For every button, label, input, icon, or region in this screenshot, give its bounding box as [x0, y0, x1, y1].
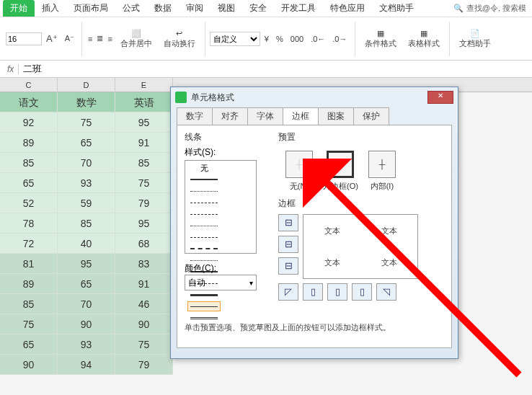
border-right-button[interactable]: ▯ [352, 283, 372, 301]
data-cell[interactable]: 70 [58, 294, 115, 314]
data-cell[interactable]: 75 [115, 334, 173, 355]
dialog-titlebar[interactable]: 单元格格式 ✕ [171, 87, 458, 107]
style-double[interactable] [187, 313, 221, 323]
col-header-c[interactable]: C [0, 78, 58, 92]
table-style-button[interactable]: ▦ 表格样式 [403, 27, 445, 51]
data-cell[interactable]: 85 [0, 153, 58, 173]
merge-center-button[interactable]: ⬜ 合并居中 [115, 27, 157, 51]
data-cell[interactable]: 70 [58, 153, 115, 173]
data-cell[interactable]: 65 [0, 334, 58, 355]
currency-icon[interactable]: ¥ [262, 35, 272, 43]
data-cell[interactable]: 75 [115, 173, 173, 193]
tab-security[interactable]: 安全 [242, 0, 274, 17]
header-cell[interactable]: 数学 [58, 92, 115, 112]
data-cell[interactable]: 85 [115, 153, 173, 173]
formula-input[interactable] [19, 63, 529, 74]
decrease-font-icon[interactable]: A⁻ [62, 34, 77, 43]
data-cell[interactable]: 95 [58, 254, 115, 274]
border-preview[interactable]: 文本 文本 文本 文本 [303, 214, 418, 279]
data-cell[interactable]: 94 [58, 355, 115, 375]
data-cell[interactable]: 89 [0, 133, 58, 153]
dlg-tab-protect[interactable]: 保护 [353, 107, 389, 125]
data-cell[interactable]: 91 [115, 274, 173, 294]
tab-developer[interactable]: 开发工具 [274, 0, 323, 17]
dlg-tab-align[interactable]: 对齐 [212, 107, 248, 125]
data-cell[interactable]: 95 [115, 213, 173, 234]
decimal-dec-icon[interactable]: .0→ [329, 35, 350, 43]
align-left-icon[interactable]: ≡ [87, 33, 94, 45]
preset-none-button[interactable]: ┼ 无(N) [285, 151, 313, 192]
data-cell[interactable]: 91 [115, 133, 173, 153]
color-combo[interactable]: 自动 [185, 275, 257, 290]
data-cell[interactable]: 93 [58, 173, 115, 193]
border-bottom-button[interactable]: ⊟ [278, 257, 298, 275]
fx-label[interactable]: fx [3, 64, 19, 74]
preset-outline-button[interactable]: ┼ 外边框(O) [323, 151, 358, 192]
tab-page-layout[interactable]: 页面布局 [66, 0, 115, 17]
dlg-tab-border[interactable]: 边框 [283, 107, 319, 125]
border-vmid-button[interactable]: ▯ [327, 283, 347, 301]
border-diag2-button[interactable]: ◹ [376, 283, 396, 301]
col-header-e[interactable]: E [115, 78, 173, 92]
style-heavy[interactable] [187, 290, 221, 300]
border-diag1-button[interactable]: ◸ [278, 283, 298, 301]
close-button[interactable]: ✕ [427, 91, 453, 104]
data-cell[interactable]: 65 [58, 133, 115, 153]
data-cell[interactable]: 95 [115, 112, 173, 133]
style-thick[interactable] [187, 174, 221, 185]
dlg-tab-number[interactable]: 数字 [177, 107, 213, 125]
data-cell[interactable]: 89 [0, 274, 58, 294]
header-cell[interactable]: 英语 [115, 92, 173, 112]
data-cell[interactable]: 85 [58, 213, 115, 234]
align-right-icon[interactable]: ≡ [106, 33, 113, 45]
border-left-button[interactable]: ▯ [303, 283, 323, 301]
cond-format-button[interactable]: ▦ 条件格式 [360, 27, 402, 51]
tab-formula[interactable]: 公式 [115, 0, 147, 17]
ribbon-search[interactable]: 🔍 查找@令, 搜索模 [453, 3, 532, 14]
font-size-input[interactable] [6, 32, 42, 45]
style-med-dash[interactable] [187, 244, 221, 254]
border-top-button[interactable]: ⊟ [278, 214, 298, 231]
style-thin[interactable] [187, 301, 221, 311]
data-cell[interactable]: 92 [0, 112, 58, 133]
tab-doc-helper[interactable]: 文档助手 [372, 0, 421, 17]
data-cell[interactable]: 90 [58, 314, 115, 334]
data-cell[interactable]: 90 [115, 314, 173, 334]
data-cell[interactable]: 59 [58, 193, 115, 213]
style-dashdotdot[interactable] [187, 221, 221, 231]
data-cell[interactable]: 83 [115, 254, 173, 274]
data-cell[interactable]: 65 [0, 173, 58, 193]
comma-icon[interactable]: 000 [288, 35, 306, 43]
data-cell[interactable]: 81 [0, 254, 58, 274]
tab-special[interactable]: 特色应用 [323, 0, 372, 17]
data-cell[interactable]: 68 [115, 234, 173, 254]
style-none[interactable]: 无 [187, 163, 221, 173]
header-cell[interactable]: 语文 [0, 92, 58, 112]
data-cell[interactable]: 79 [115, 193, 173, 213]
style-dashed[interactable] [187, 209, 221, 219]
data-cell[interactable]: 52 [0, 193, 58, 213]
style-dashdot[interactable] [187, 198, 221, 208]
tab-data[interactable]: 数据 [147, 0, 179, 17]
tab-review[interactable]: 审阅 [179, 0, 210, 17]
number-format-combo[interactable]: 自定义 [210, 32, 260, 46]
col-header-d[interactable]: D [58, 78, 115, 92]
data-cell[interactable]: 79 [115, 355, 173, 375]
wrap-text-button[interactable]: ↩ 自动换行 [159, 27, 200, 51]
preset-inside-button[interactable]: ┼ 内部(I) [368, 151, 396, 192]
data-cell[interactable]: 93 [58, 334, 115, 355]
style-dotted[interactable] [187, 186, 221, 196]
data-cell[interactable]: 75 [58, 112, 115, 133]
data-cell[interactable]: 85 [0, 294, 58, 314]
doc-helper-button[interactable]: 📄 文档助手 [454, 27, 496, 51]
dlg-tab-font[interactable]: 字体 [247, 107, 283, 125]
style-fine-dash[interactable] [187, 232, 221, 242]
data-cell[interactable]: 90 [0, 355, 58, 375]
align-center-icon[interactable]: ≣ [95, 32, 105, 45]
increase-font-icon[interactable]: A⁺ [43, 33, 61, 44]
border-hmid-button[interactable]: ⊟ [278, 236, 298, 253]
data-cell[interactable]: 46 [115, 294, 173, 314]
data-cell[interactable]: 65 [58, 274, 115, 294]
tab-insert[interactable]: 插入 [35, 0, 66, 17]
data-cell[interactable]: 40 [58, 234, 115, 254]
